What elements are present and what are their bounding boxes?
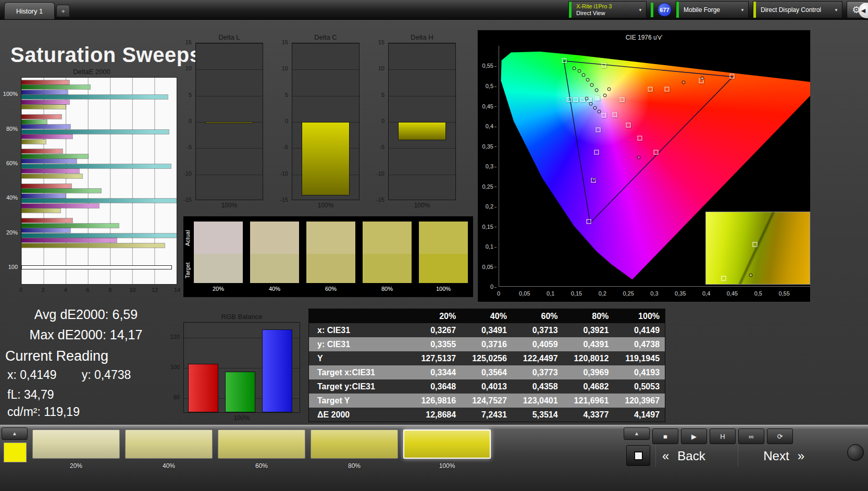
luminance-reading: cd/m²: 119,19: [7, 405, 80, 419]
deltae-y-axis: 100%80%60%40%20%100: [2, 77, 20, 285]
patch-button-wrap: 20%: [32, 429, 120, 470]
target-marker: [654, 150, 659, 155]
gridline: [196, 43, 263, 44]
value-cell: 0,3344: [410, 368, 461, 377]
value-cell: 0,3713: [512, 326, 563, 335]
y-tick-label: 5: [381, 92, 385, 98]
cie-x-tick-label: 0,5: [754, 290, 762, 297]
inset-target-marker: [721, 276, 726, 280]
deltae-bar: [21, 80, 69, 84]
chart-title: Delta C: [292, 33, 359, 42]
cie-y-tick-label: 0,2: [486, 203, 497, 210]
rgb-plot-area: [183, 322, 300, 413]
deltae-y-label: 20%: [6, 229, 18, 236]
deltae-bar: [21, 218, 72, 223]
swatch-percent-label: 40%: [250, 286, 299, 292]
loop-button[interactable]: ∞: [738, 428, 764, 444]
source-label: Mobile Forge: [684, 6, 720, 14]
measured-marker: [573, 67, 576, 70]
value-cell: 4,1497: [614, 410, 665, 420]
cie-y-tick-label: 0,3: [486, 163, 497, 169]
expand-left-panel-button[interactable]: ▲: [2, 427, 28, 440]
patch-window-button[interactable]: [626, 445, 650, 466]
measured-marker: [586, 78, 590, 82]
x-axis-label: 100%: [388, 202, 456, 209]
red-bar: [188, 364, 218, 412]
row-label-cell: Target y:CIE31: [309, 382, 410, 391]
gridline: [389, 175, 455, 175]
calman-window: History 1 + X-Rite i1Pro 3 Direct View ▼…: [0, 0, 868, 491]
patch-button-100%[interactable]: [403, 429, 491, 459]
deltae-bar: [21, 85, 90, 89]
display-control-dropdown[interactable]: Direct Display Control ▼: [753, 1, 842, 18]
patch-button-40%[interactable]: [125, 429, 213, 459]
play-button[interactable]: ▶: [681, 428, 707, 444]
play-icon: ▶: [691, 433, 697, 440]
target-marker: [729, 74, 734, 79]
patch-button-20%[interactable]: [32, 429, 120, 459]
cie-x-axis: 00,050,10,150,20,250,30,350,40,450,50,55: [499, 289, 810, 297]
round-indicator-button[interactable]: [847, 444, 864, 461]
inset-target-marker: [752, 242, 757, 247]
deltae-bar: [21, 134, 72, 139]
stop-button[interactable]: ■: [652, 428, 678, 444]
meter-dropdown[interactable]: X-Rite i1Pro 3 Direct View ▼: [568, 1, 647, 18]
value-cell: 0,4391: [563, 340, 614, 349]
meter-read-count-badge[interactable]: 677: [658, 3, 672, 17]
chart-title: Delta H: [388, 33, 456, 42]
patch-percent-label: 80%: [311, 462, 398, 470]
actual-target-swatch-strip: Actual Target 20%40%60%80%100%: [183, 216, 473, 297]
meter-labels: X-Rite i1Pro 3 Direct View: [576, 3, 612, 17]
measured-marker: [585, 97, 589, 101]
avg-de2000-value: Avg dE2000: 6,59: [0, 304, 172, 325]
cie-y-tick-label: 0,55: [482, 63, 497, 69]
y-axis: 151050-5-10-15: [180, 43, 193, 200]
row-label-cell: y: CIE31: [309, 340, 410, 349]
x-axis-label: 100%: [195, 202, 263, 209]
current-patch-swatch[interactable]: [4, 443, 27, 462]
deltae-chart-body: 100%80%60%40%20%100: [2, 77, 181, 285]
measured-marker: [598, 110, 601, 114]
cie-y-tick-label: 0,15: [482, 224, 497, 230]
deltae-bar: [21, 154, 88, 158]
tab-history-1[interactable]: History 1: [4, 2, 55, 19]
expand-right-panel-button[interactable]: ▲: [624, 427, 650, 440]
cie-x-tick-label: 0,05: [519, 290, 530, 297]
plus-icon: +: [61, 7, 66, 15]
patch-button-80%[interactable]: [311, 429, 398, 459]
page-title: Saturation Sweeps: [10, 43, 201, 67]
next-button[interactable]: Next »: [738, 445, 808, 467]
deltae-chart-title: DeltaE 2000: [2, 68, 181, 76]
deltae-x-tick: 8: [108, 287, 111, 293]
value-cell: 125,0256: [461, 354, 512, 363]
chart-title: Delta L: [195, 33, 263, 42]
back-button[interactable]: « Back: [655, 445, 734, 467]
row-label-cell: Target x:CIE31: [309, 368, 410, 377]
blue-bar: [262, 329, 292, 413]
patch-button-60%[interactable]: [218, 429, 305, 459]
refresh-button[interactable]: ⟳: [767, 428, 793, 444]
add-tab-button[interactable]: +: [56, 5, 70, 17]
cie-x-tick-label: 0,1: [547, 290, 554, 297]
collapse-arrow-icon: ◀: [861, 7, 865, 14]
table-row: Y127,5137125,0256122,4497120,8012119,194…: [309, 351, 665, 365]
stop-icon: ■: [663, 433, 667, 440]
source-dropdown[interactable]: Mobile Forge ▼: [676, 1, 749, 18]
gridline: [389, 148, 455, 149]
target-swatch: [250, 254, 299, 283]
y-tick-label: -5: [283, 144, 288, 150]
cie-y-tick-label: 0,1: [486, 243, 497, 250]
measured-marker: [589, 102, 593, 105]
measured-marker: [582, 73, 586, 77]
target-marker: [567, 97, 572, 102]
gridline: [292, 96, 359, 96]
pause-button[interactable]: H: [710, 428, 736, 444]
y-tick-label: -15: [183, 197, 192, 203]
gamut-triangle: [564, 61, 733, 223]
target-marker: [574, 97, 578, 102]
y-tick-label: 0: [381, 118, 385, 124]
rgb-y-tick-label: 120: [170, 334, 180, 340]
value-cell: 0,4059: [512, 340, 563, 349]
swatch-columns: 20%40%60%80%100%: [194, 222, 468, 292]
gridline: [389, 96, 455, 96]
